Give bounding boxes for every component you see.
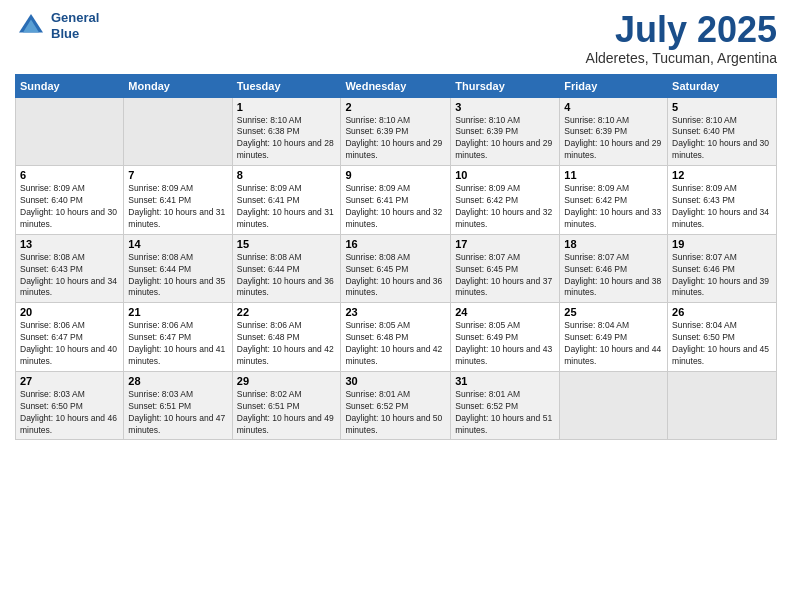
calendar-cell: 19Sunrise: 8:07 AM Sunset: 6:46 PM Dayli… [668,234,777,303]
calendar-cell: 29Sunrise: 8:02 AM Sunset: 6:51 PM Dayli… [232,371,341,440]
logo-icon [15,10,47,42]
day-info: Sunrise: 8:09 AM Sunset: 6:42 PM Dayligh… [564,183,663,231]
day-number: 27 [20,375,119,387]
day-info: Sunrise: 8:09 AM Sunset: 6:43 PM Dayligh… [672,183,772,231]
day-number: 4 [564,101,663,113]
day-number: 20 [20,306,119,318]
day-info: Sunrise: 8:01 AM Sunset: 6:52 PM Dayligh… [345,389,446,437]
day-info: Sunrise: 8:04 AM Sunset: 6:50 PM Dayligh… [672,320,772,368]
calendar-cell: 27Sunrise: 8:03 AM Sunset: 6:50 PM Dayli… [16,371,124,440]
day-number: 6 [20,169,119,181]
day-info: Sunrise: 8:09 AM Sunset: 6:41 PM Dayligh… [128,183,227,231]
day-number: 28 [128,375,227,387]
day-header-tuesday: Tuesday [232,74,341,97]
day-number: 19 [672,238,772,250]
day-info: Sunrise: 8:06 AM Sunset: 6:47 PM Dayligh… [20,320,119,368]
day-header-thursday: Thursday [451,74,560,97]
day-info: Sunrise: 8:05 AM Sunset: 6:48 PM Dayligh… [345,320,446,368]
calendar-week-row: 27Sunrise: 8:03 AM Sunset: 6:50 PM Dayli… [16,371,777,440]
day-info: Sunrise: 8:09 AM Sunset: 6:41 PM Dayligh… [345,183,446,231]
calendar-cell: 16Sunrise: 8:08 AM Sunset: 6:45 PM Dayli… [341,234,451,303]
calendar-cell: 24Sunrise: 8:05 AM Sunset: 6:49 PM Dayli… [451,303,560,372]
calendar-cell: 6Sunrise: 8:09 AM Sunset: 6:40 PM Daylig… [16,166,124,235]
day-info: Sunrise: 8:03 AM Sunset: 6:50 PM Dayligh… [20,389,119,437]
calendar-cell: 17Sunrise: 8:07 AM Sunset: 6:45 PM Dayli… [451,234,560,303]
day-number: 16 [345,238,446,250]
calendar-cell [668,371,777,440]
day-number: 17 [455,238,555,250]
day-number: 15 [237,238,337,250]
day-info: Sunrise: 8:07 AM Sunset: 6:46 PM Dayligh… [672,252,772,300]
calendar-cell: 25Sunrise: 8:04 AM Sunset: 6:49 PM Dayli… [560,303,668,372]
calendar-cell: 14Sunrise: 8:08 AM Sunset: 6:44 PM Dayli… [124,234,232,303]
day-info: Sunrise: 8:07 AM Sunset: 6:45 PM Dayligh… [455,252,555,300]
day-info: Sunrise: 8:08 AM Sunset: 6:44 PM Dayligh… [128,252,227,300]
day-info: Sunrise: 8:08 AM Sunset: 6:45 PM Dayligh… [345,252,446,300]
title-block: July 2025 Alderetes, Tucuman, Argentina [586,10,777,66]
day-number: 22 [237,306,337,318]
day-header-sunday: Sunday [16,74,124,97]
day-number: 29 [237,375,337,387]
calendar-cell: 7Sunrise: 8:09 AM Sunset: 6:41 PM Daylig… [124,166,232,235]
day-info: Sunrise: 8:03 AM Sunset: 6:51 PM Dayligh… [128,389,227,437]
day-number: 8 [237,169,337,181]
calendar-cell: 9Sunrise: 8:09 AM Sunset: 6:41 PM Daylig… [341,166,451,235]
day-info: Sunrise: 8:06 AM Sunset: 6:47 PM Dayligh… [128,320,227,368]
day-info: Sunrise: 8:02 AM Sunset: 6:51 PM Dayligh… [237,389,337,437]
location: Alderetes, Tucuman, Argentina [586,50,777,66]
calendar-cell [16,97,124,166]
calendar-cell: 22Sunrise: 8:06 AM Sunset: 6:48 PM Dayli… [232,303,341,372]
day-header-friday: Friday [560,74,668,97]
day-info: Sunrise: 8:10 AM Sunset: 6:38 PM Dayligh… [237,115,337,163]
calendar-week-row: 6Sunrise: 8:09 AM Sunset: 6:40 PM Daylig… [16,166,777,235]
calendar-cell: 15Sunrise: 8:08 AM Sunset: 6:44 PM Dayli… [232,234,341,303]
day-info: Sunrise: 8:04 AM Sunset: 6:49 PM Dayligh… [564,320,663,368]
calendar-header-row: SundayMondayTuesdayWednesdayThursdayFrid… [16,74,777,97]
logo-line1: General [51,10,99,26]
calendar-cell: 11Sunrise: 8:09 AM Sunset: 6:42 PM Dayli… [560,166,668,235]
day-header-monday: Monday [124,74,232,97]
month-year: July 2025 [586,10,777,50]
day-number: 7 [128,169,227,181]
day-info: Sunrise: 8:09 AM Sunset: 6:41 PM Dayligh… [237,183,337,231]
day-number: 24 [455,306,555,318]
calendar-cell: 5Sunrise: 8:10 AM Sunset: 6:40 PM Daylig… [668,97,777,166]
calendar-week-row: 20Sunrise: 8:06 AM Sunset: 6:47 PM Dayli… [16,303,777,372]
day-number: 11 [564,169,663,181]
calendar-cell [124,97,232,166]
day-number: 26 [672,306,772,318]
calendar-week-row: 13Sunrise: 8:08 AM Sunset: 6:43 PM Dayli… [16,234,777,303]
logo-line2: Blue [51,26,99,42]
calendar-cell: 21Sunrise: 8:06 AM Sunset: 6:47 PM Dayli… [124,303,232,372]
day-number: 1 [237,101,337,113]
calendar-week-row: 1Sunrise: 8:10 AM Sunset: 6:38 PM Daylig… [16,97,777,166]
day-header-saturday: Saturday [668,74,777,97]
calendar-cell: 4Sunrise: 8:10 AM Sunset: 6:39 PM Daylig… [560,97,668,166]
day-number: 21 [128,306,227,318]
day-number: 23 [345,306,446,318]
day-info: Sunrise: 8:08 AM Sunset: 6:43 PM Dayligh… [20,252,119,300]
day-number: 18 [564,238,663,250]
calendar-cell: 13Sunrise: 8:08 AM Sunset: 6:43 PM Dayli… [16,234,124,303]
day-info: Sunrise: 8:10 AM Sunset: 6:40 PM Dayligh… [672,115,772,163]
calendar-cell: 1Sunrise: 8:10 AM Sunset: 6:38 PM Daylig… [232,97,341,166]
day-number: 14 [128,238,227,250]
calendar-cell: 23Sunrise: 8:05 AM Sunset: 6:48 PM Dayli… [341,303,451,372]
day-info: Sunrise: 8:08 AM Sunset: 6:44 PM Dayligh… [237,252,337,300]
day-number: 13 [20,238,119,250]
calendar-cell: 20Sunrise: 8:06 AM Sunset: 6:47 PM Dayli… [16,303,124,372]
calendar-cell: 10Sunrise: 8:09 AM Sunset: 6:42 PM Dayli… [451,166,560,235]
day-number: 12 [672,169,772,181]
calendar-cell: 31Sunrise: 8:01 AM Sunset: 6:52 PM Dayli… [451,371,560,440]
calendar-cell: 26Sunrise: 8:04 AM Sunset: 6:50 PM Dayli… [668,303,777,372]
day-info: Sunrise: 8:10 AM Sunset: 6:39 PM Dayligh… [455,115,555,163]
header: General Blue July 2025 Alderetes, Tucuma… [15,10,777,66]
day-number: 9 [345,169,446,181]
day-info: Sunrise: 8:10 AM Sunset: 6:39 PM Dayligh… [345,115,446,163]
calendar-cell: 18Sunrise: 8:07 AM Sunset: 6:46 PM Dayli… [560,234,668,303]
day-info: Sunrise: 8:09 AM Sunset: 6:42 PM Dayligh… [455,183,555,231]
calendar: SundayMondayTuesdayWednesdayThursdayFrid… [15,74,777,441]
calendar-cell: 12Sunrise: 8:09 AM Sunset: 6:43 PM Dayli… [668,166,777,235]
calendar-cell: 2Sunrise: 8:10 AM Sunset: 6:39 PM Daylig… [341,97,451,166]
page: General Blue July 2025 Alderetes, Tucuma… [0,0,792,612]
